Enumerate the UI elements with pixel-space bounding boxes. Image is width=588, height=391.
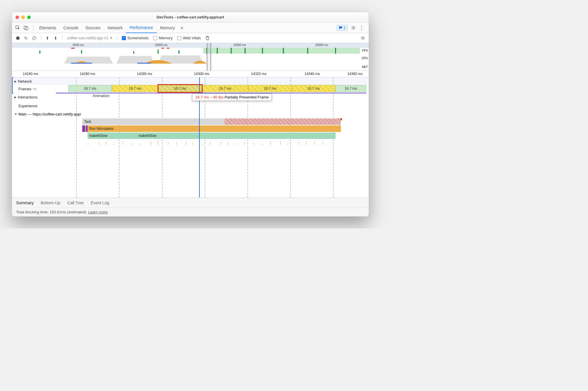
learn-more-link[interactable]: Learn more xyxy=(88,210,107,214)
micro-bar-purple[interactable] xyxy=(82,125,85,132)
tab-bottom-up[interactable]: Bottom-Up xyxy=(41,200,60,205)
load-profile-icon[interactable]: ⬆ xyxy=(44,35,51,42)
microtasks-bar[interactable]: Run Microtasks xyxy=(88,125,341,132)
disclosure-icon[interactable]: ▶ xyxy=(14,96,17,99)
network-track[interactable]: ▶Network xyxy=(12,77,369,85)
svg-line-5 xyxy=(33,37,35,39)
tab-event-log[interactable]: Event Log xyxy=(91,200,109,205)
svg-rect-7 xyxy=(203,48,360,54)
status-bar: Total blocking time: 193.61ms (estimated… xyxy=(12,208,369,216)
overview-net-lane xyxy=(12,64,360,68)
function-bar[interactable]: makeItSlow xyxy=(136,132,336,139)
disclosure-icon[interactable]: ▶ xyxy=(14,80,17,83)
capture-settings-icon[interactable] xyxy=(359,35,366,42)
garbage-collect-icon[interactable] xyxy=(204,35,211,42)
timeline-ruler[interactable]: 14240 ms 14260 ms 14280 ms 14300 ms 1432… xyxy=(12,71,369,77)
svg-point-3 xyxy=(353,27,354,28)
frames-lane[interactable]: 16.7 ms16.7 ms16.7 ms16.7 ms16.7 ms16.7 … xyxy=(56,85,366,93)
more-tabs-icon[interactable]: » xyxy=(178,24,185,31)
tab-network[interactable]: Network xyxy=(104,23,126,33)
device-toggle-icon[interactable] xyxy=(23,24,30,31)
reload-record-button[interactable]: ↻ xyxy=(23,35,30,42)
tab-performance[interactable]: Performance xyxy=(126,23,156,33)
record-button[interactable] xyxy=(14,35,21,42)
svg-rect-23 xyxy=(167,48,169,49)
frame-cell[interactable]: 16.7 ms xyxy=(202,85,248,92)
issues-badge[interactable]: 1 xyxy=(337,25,348,31)
frame-cell[interactable]: 16.7 ms xyxy=(335,85,366,92)
frame-cell[interactable]: 16.7 ms xyxy=(158,85,202,92)
devtools-window: DevTools - coffee-cart.netlify.app/cart … xyxy=(12,12,369,217)
overview-pane[interactable]: 5000 ms 10000 ms 15000 ms 20000 ms xyxy=(12,43,369,71)
chat-icon xyxy=(339,26,342,30)
tab-elements[interactable]: Elements xyxy=(36,23,60,33)
tab-console[interactable]: Console xyxy=(60,23,82,33)
perf-toolbar: ↻ ⬆ ⬇ coffee-cart.netlify.app #1▾ ✓Scree… xyxy=(12,33,369,43)
svg-point-6 xyxy=(362,38,363,39)
task-bar[interactable]: Task xyxy=(82,118,225,125)
overview-selection[interactable] xyxy=(207,43,211,71)
frame-tooltip: 16.7 ms ~ 60 fps Partially Presented Fra… xyxy=(192,93,272,101)
blocking-time-text: Total blocking time: 193.61ms (estimated… xyxy=(16,210,86,214)
svg-rect-2 xyxy=(26,27,28,30)
tracks-pane[interactable]: ▶Network Framesns 16.7 ms16.7 ms16.7 ms1… xyxy=(12,77,369,198)
clear-button[interactable] xyxy=(31,35,38,42)
memory-checkbox[interactable]: Memory xyxy=(153,36,172,40)
main-track-header[interactable]: ▼Main — https://coffee-cart.netlify.app/ xyxy=(12,110,81,118)
tab-sources[interactable]: Sources xyxy=(82,23,104,33)
overview-cpu-lane xyxy=(12,54,360,64)
function-bar[interactable]: makeItSlow xyxy=(88,132,137,139)
frame-cell[interactable]: 16.7 ms xyxy=(68,85,112,92)
recording-selector[interactable]: coffee-cart.netlify.app #1▾ xyxy=(65,36,114,40)
webvitals-checkbox[interactable]: Web Vitals xyxy=(177,36,201,40)
panel-tabs: Elements Console Sources Network Perform… xyxy=(12,23,369,33)
overview-ruler: 5000 ms 10000 ms 15000 ms 20000 ms xyxy=(12,43,369,48)
track-group-bracket xyxy=(12,77,13,94)
task-long-bar[interactable] xyxy=(225,118,341,125)
interactions-track[interactable]: ▶Interactions xyxy=(12,93,369,101)
details-tabs: Summary Bottom-Up Call Tree Event Log xyxy=(12,198,369,208)
tick-markers xyxy=(88,140,336,145)
settings-icon[interactable] xyxy=(350,24,357,31)
tab-memory[interactable]: Memory xyxy=(157,23,179,33)
save-profile-icon[interactable]: ⬇ xyxy=(52,35,59,42)
frame-cell[interactable]: 16.7 ms xyxy=(292,85,335,92)
frame-cell[interactable]: 16.7 ms xyxy=(112,85,158,92)
titlebar: DevTools - coffee-cart.netlify.app/cart xyxy=(12,12,369,23)
frame-cell[interactable]: 16.7 ms xyxy=(248,85,292,92)
tab-call-tree[interactable]: Call Tree xyxy=(67,200,84,205)
window-title: DevTools - coffee-cart.netlify.app/cart xyxy=(12,15,369,19)
svg-rect-22 xyxy=(162,48,164,49)
disclosure-icon[interactable]: ▼ xyxy=(14,113,17,116)
animation-label: Animation xyxy=(93,93,110,98)
tab-summary[interactable]: Summary xyxy=(16,200,34,205)
svg-rect-21 xyxy=(71,48,75,49)
inspect-icon[interactable] xyxy=(14,24,21,31)
kebab-icon[interactable]: ⋮ xyxy=(358,24,365,31)
overview-fps-lane xyxy=(12,48,360,54)
experience-track[interactable]: Experience xyxy=(12,102,369,110)
long-task-marker-icon xyxy=(340,118,342,121)
screenshots-checkbox[interactable]: ✓Screenshots xyxy=(122,36,148,40)
